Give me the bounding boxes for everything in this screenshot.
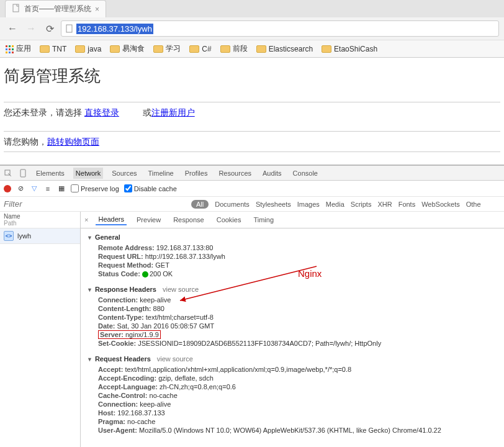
- svg-rect-8: [6, 52, 7, 53]
- bookmark-item[interactable]: 易淘食: [110, 43, 145, 54]
- bookmark-item[interactable]: C#: [189, 45, 211, 53]
- tab-console[interactable]: Console: [290, 168, 320, 179]
- filter-type[interactable]: WebSockets: [421, 201, 460, 208]
- apps-button[interactable]: 应用: [5, 43, 31, 54]
- back-button[interactable]: ←: [5, 21, 20, 36]
- svg-rect-9: [9, 52, 11, 53]
- header-row: Content-Length: 880: [87, 304, 498, 313]
- svg-rect-2: [6, 45, 7, 47]
- header-row: Remote Address: 192.168.37.133:80: [87, 243, 498, 252]
- tabs-bar: 首页——管理型系统 ×: [0, 0, 504, 17]
- header-row: Content-Type: text/html;charset=utf-8: [87, 313, 498, 322]
- section-title[interactable]: Request Headersview source: [87, 353, 498, 365]
- filter-type[interactable]: Media: [326, 201, 344, 208]
- disable-cache-checkbox[interactable]: [124, 184, 132, 192]
- bookmark-item[interactable]: java: [75, 45, 101, 53]
- tab-profiles[interactable]: Profiles: [182, 168, 210, 179]
- browser-tab[interactable]: 首页——管理型系统 ×: [5, 0, 106, 17]
- header-row: Host: 192.168.37.133: [87, 409, 498, 417]
- tab-headers[interactable]: Headers: [96, 214, 127, 225]
- tab-elements[interactable]: Elements: [34, 168, 67, 179]
- bookmark-item[interactable]: TNT: [40, 45, 66, 53]
- nav-toolbar: ← → ⟳ 192.168.37.133/lywh: [0, 17, 504, 40]
- browser-chrome: 首页——管理型系统 × ← → ⟳ 192.168.37.133/lywh 应用…: [0, 0, 504, 58]
- new-tab-button[interactable]: [106, 12, 116, 17]
- preserve-log-toggle[interactable]: Preserve log: [71, 184, 119, 192]
- tab-network[interactable]: Network: [73, 168, 103, 179]
- tab-timeline[interactable]: Timeline: [146, 168, 176, 179]
- bookmark-item[interactable]: 前段: [220, 43, 248, 54]
- header-row: Connection: keep-alive: [87, 296, 498, 304]
- filter-type[interactable]: Othe: [466, 201, 481, 208]
- register-link[interactable]: 注册新用户: [151, 107, 195, 117]
- header-row: Set-Cookie: JSESSIONID=18909D2A5D6B55211…: [87, 339, 498, 348]
- view-icon[interactable]: ≡: [43, 184, 52, 193]
- detail-tabs: × Headers Preview Response Cookies Timin…: [81, 212, 504, 228]
- reload-button[interactable]: ⟳: [42, 21, 57, 36]
- filter-type[interactable]: Scripts: [351, 201, 372, 208]
- view-icon[interactable]: ▦: [57, 184, 66, 193]
- tab-audits[interactable]: Audits: [260, 168, 284, 179]
- filter-types: All Documents Stylesheets Images Media S…: [186, 197, 486, 211]
- header-row: Status Code: 200 OK: [87, 269, 498, 278]
- header-row-server: Server: nginx/1.9.9: [87, 330, 498, 339]
- header-row: Date: Sat, 30 Jan 2016 05:08:57 GMT: [87, 322, 498, 330]
- bookmark-item[interactable]: 学习: [153, 43, 181, 54]
- header-row: Accept-Encoding: gzip, deflate, sdch: [87, 374, 498, 382]
- svg-rect-3: [9, 45, 11, 47]
- shop-link[interactable]: 跳转购物页面: [47, 137, 99, 147]
- tab-title: 首页——管理型系统: [24, 4, 91, 14]
- filter-all[interactable]: All: [191, 200, 209, 209]
- tab-cookies[interactable]: Cookies: [214, 215, 244, 225]
- page-title: 简易管理系统: [4, 65, 500, 87]
- tab-sources[interactable]: Sources: [109, 168, 139, 179]
- tab-preview[interactable]: Preview: [134, 215, 163, 225]
- close-icon[interactable]: ×: [95, 5, 99, 14]
- login-link[interactable]: 直接登录: [84, 107, 119, 117]
- divider: [4, 151, 500, 152]
- request-name: lywh: [17, 232, 31, 240]
- apps-label: 应用: [16, 43, 31, 54]
- tab-response[interactable]: Response: [171, 215, 207, 225]
- filter-icon[interactable]: ▽: [30, 184, 38, 193]
- view-source-link[interactable]: view source: [157, 355, 193, 363]
- filter-type[interactable]: Images: [297, 201, 320, 208]
- request-item[interactable]: <> lywh: [0, 228, 80, 244]
- device-icon[interactable]: [19, 169, 27, 178]
- filter-type[interactable]: XHR: [377, 201, 392, 208]
- filter-row: All Documents Stylesheets Images Media S…: [0, 197, 504, 212]
- filter-type[interactable]: Fonts: [398, 201, 416, 208]
- forward-button[interactable]: →: [24, 21, 38, 36]
- url-bar[interactable]: 192.168.37.133/lywh: [61, 20, 499, 37]
- header-row: Request Method: GET: [87, 261, 498, 269]
- bookmark-item[interactable]: EtaoShiCash: [322, 45, 377, 53]
- sidebar-header: NamePath: [0, 212, 80, 228]
- svg-rect-12: [20, 169, 25, 177]
- record-button[interactable]: [4, 185, 11, 192]
- svg-rect-5: [6, 48, 7, 50]
- svg-rect-10: [12, 52, 14, 53]
- clear-icon[interactable]: ⊘: [16, 184, 25, 193]
- filter-type[interactable]: Stylesheets: [256, 201, 291, 208]
- section-general: General Remote Address: 192.168.37.133:8…: [81, 228, 504, 281]
- shop-line: 请您购物，跳转购物页面: [4, 137, 500, 148]
- svg-rect-1: [66, 25, 72, 32]
- header-row: Accept-Language: zh-CN,zh;q=0.8,en;q=0.6: [87, 382, 498, 391]
- section-title[interactable]: Response Headersview source: [87, 283, 498, 296]
- folder-icon: [40, 45, 50, 53]
- tab-timing[interactable]: Timing: [251, 215, 276, 225]
- inspect-icon[interactable]: [4, 169, 12, 178]
- section-response-headers: Response Headersview source Connection: …: [81, 281, 504, 350]
- view-source-link[interactable]: view source: [163, 286, 199, 293]
- tab-resources[interactable]: Resources: [216, 168, 254, 179]
- section-title[interactable]: General: [87, 231, 498, 243]
- svg-rect-0: [13, 4, 19, 12]
- disable-cache-toggle[interactable]: Disable cache: [124, 184, 177, 192]
- login-line: 您还未登录，请选择 直接登录 或注册新用户: [4, 107, 500, 119]
- devtools-tabs-bar: Elements Network Sources Timeline Profil…: [0, 166, 504, 181]
- preserve-log-checkbox[interactable]: [71, 184, 79, 192]
- filter-input[interactable]: [0, 197, 186, 211]
- bookmark-item[interactable]: Elasticsearch: [256, 45, 313, 53]
- filter-type[interactable]: Documents: [215, 201, 250, 208]
- close-icon[interactable]: ×: [84, 216, 88, 224]
